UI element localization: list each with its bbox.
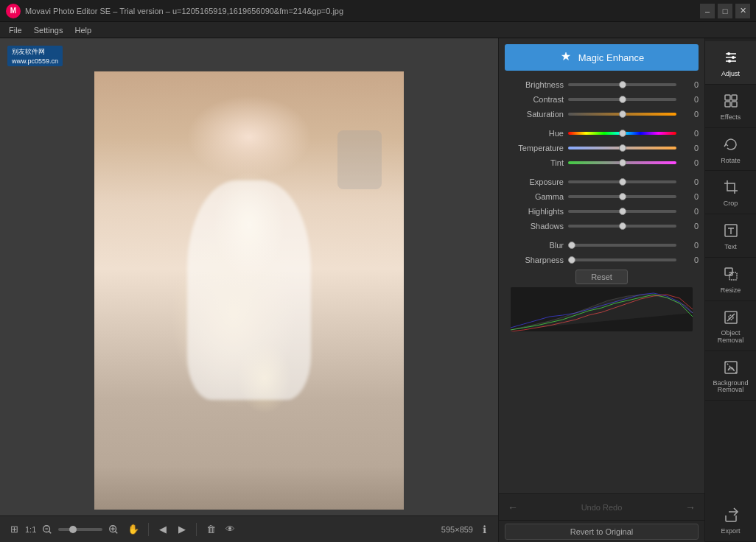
tint-value: 0: [681, 158, 699, 167]
hue-slider[interactable]: [568, 132, 676, 135]
undo-arrow-button[interactable]: ←: [505, 500, 521, 515]
zoom-in-button[interactable]: [105, 521, 122, 538]
title-bar: M Movavi Photo Editor SE – Trial version…: [0, 0, 756, 22]
svg-line-6: [115, 531, 117, 533]
crop-icon: [721, 177, 741, 197]
shadows-value: 0: [681, 222, 699, 230]
zoom-in-icon: [108, 524, 119, 535]
image-dimensions: 595×859: [441, 525, 473, 534]
prev-button[interactable]: ◀: [155, 521, 171, 538]
shadows-label: Shadows: [505, 222, 564, 230]
blur-value: 0: [681, 241, 699, 250]
blur-label: Blur: [505, 241, 564, 250]
watermark: 别友软件网www.pc0559.cn: [7, 46, 63, 66]
svg-rect-17: [732, 102, 737, 107]
menu-settings[interactable]: Settings: [28, 24, 69, 36]
highlights-label: Highlights: [505, 207, 564, 216]
photo-canvas: [94, 71, 404, 510]
adjust-label: Adjust: [721, 70, 740, 78]
gamma-row: Gamma 0: [505, 191, 699, 202]
sidebar-item-object-removal[interactable]: ObjectRemoval: [705, 301, 756, 351]
sliders-area: Brightness 0 Contrast 0: [499, 77, 704, 493]
blur-slider[interactable]: [568, 244, 676, 247]
saturation-label: Saturation: [505, 110, 564, 119]
gamma-value: 0: [681, 192, 699, 201]
export-icon: [721, 504, 741, 525]
contrast-label: Contrast: [505, 95, 564, 104]
resize-icon: [721, 264, 741, 284]
saturation-slider[interactable]: [568, 113, 676, 116]
revert-button[interactable]: Revert to Original: [505, 524, 699, 540]
sidebar-item-export[interactable]: Export: [705, 499, 756, 542]
shadows-slider[interactable]: [568, 225, 676, 228]
window-title: Movavi Photo Editor SE – Trial version –…: [25, 7, 343, 15]
sidebar-item-adjust[interactable]: Adjust: [705, 41, 756, 85]
zoom-label: 1:1: [25, 525, 36, 534]
aspect-ratio-button[interactable]: ⊞: [6, 521, 22, 538]
sidebar-item-rotate[interactable]: Rotate: [705, 128, 756, 172]
brightness-value: 0: [681, 80, 699, 89]
delete-button[interactable]: 🗑: [203, 521, 219, 538]
contrast-track: [568, 94, 676, 105]
shadows-row: Shadows 0: [505, 221, 699, 231]
saturation-track: [568, 109, 676, 119]
object-removal-label: ObjectRemoval: [718, 330, 744, 345]
hue-track: [568, 128, 676, 138]
sidebar-item-text[interactable]: Text: [705, 214, 756, 258]
sidebar-item-background-removal[interactable]: BackgroundRemoval: [705, 351, 756, 401]
sidebar: Adjust Effects: [704, 38, 756, 542]
background-removal-icon: [721, 357, 741, 378]
magic-enhance-icon: [559, 51, 573, 64]
preview-button[interactable]: 👁: [222, 521, 238, 538]
temperature-row: Temperature 0: [505, 143, 699, 153]
histogram-svg: [511, 287, 693, 331]
temperature-value: 0: [681, 144, 699, 152]
exposure-label: Exposure: [505, 177, 564, 186]
sharpness-label: Sharpness: [505, 256, 564, 264]
exposure-slider[interactable]: [568, 180, 676, 183]
sidebar-item-crop[interactable]: Crop: [705, 171, 756, 214]
exposure-row: Exposure 0: [505, 177, 699, 187]
resize-label: Resize: [721, 286, 741, 295]
sidebar-item-effects[interactable]: Effects: [705, 85, 756, 128]
minimize-button[interactable]: –: [700, 4, 715, 18]
menu-help[interactable]: Help: [69, 24, 97, 36]
redo-arrow-button[interactable]: →: [682, 500, 699, 515]
sidebar-item-resize[interactable]: Resize: [705, 258, 756, 301]
reset-button[interactable]: Reset: [575, 270, 628, 284]
zoom-out-button[interactable]: [39, 521, 55, 538]
zoom-slider[interactable]: [58, 528, 102, 531]
window-controls: – □ ✕: [700, 4, 750, 18]
magic-enhance-label: Magic Enhance: [578, 52, 645, 63]
exposure-track: [568, 177, 676, 187]
next-button[interactable]: ▶: [174, 521, 190, 538]
svg-line-2: [49, 531, 51, 533]
temperature-slider[interactable]: [568, 147, 676, 149]
contrast-slider[interactable]: [568, 98, 676, 101]
contrast-row: Contrast 0: [505, 94, 699, 105]
histogram: [511, 287, 693, 331]
saturation-row: Saturation 0: [505, 109, 699, 119]
saturation-value: 0: [681, 110, 699, 119]
highlights-slider[interactable]: [568, 210, 676, 213]
maximize-button[interactable]: □: [718, 4, 732, 18]
contrast-value: 0: [681, 95, 699, 104]
info-button[interactable]: ℹ: [476, 521, 492, 538]
toolbar-separator-2: [196, 523, 197, 536]
text-icon: [721, 220, 741, 241]
toolbar-separator: [148, 523, 149, 536]
tint-slider[interactable]: [568, 161, 676, 164]
svg-rect-15: [732, 95, 737, 100]
gamma-slider[interactable]: [568, 195, 676, 198]
brightness-slider[interactable]: [568, 83, 676, 86]
menu-file[interactable]: File: [3, 24, 28, 36]
magic-enhance-button[interactable]: Magic Enhance: [505, 44, 699, 71]
highlights-track: [568, 206, 676, 217]
hand-tool-button[interactable]: ✋: [125, 521, 142, 538]
menu-bar: File Settings Help: [0, 22, 756, 38]
svg-point-13: [728, 60, 731, 63]
app-logo: M: [6, 4, 21, 18]
close-button[interactable]: ✕: [735, 4, 750, 18]
sharpness-slider[interactable]: [568, 258, 676, 261]
text-label: Text: [724, 243, 737, 251]
